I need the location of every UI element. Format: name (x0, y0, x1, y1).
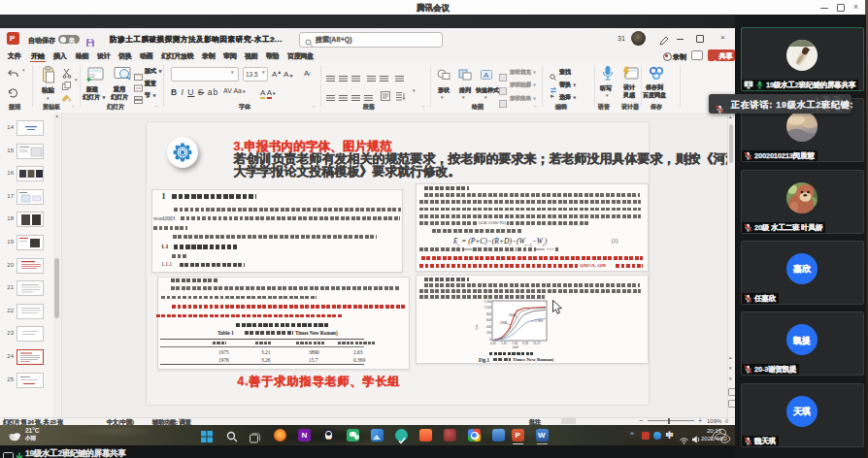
svg-text:400: 400 (486, 325, 491, 329)
svg-text:9-28: 9-28 (522, 342, 528, 345)
svg-text:时间: 时间 (513, 345, 518, 349)
svg-text:mm: mm (475, 324, 479, 330)
svg-text:5-31: 5-31 (501, 342, 507, 345)
svg-text:4-01: 4-01 (490, 342, 496, 345)
svg-text:1 999: 1 999 (535, 319, 543, 323)
svg-text:1 000: 1 000 (484, 306, 491, 310)
svg-text:A: A (484, 71, 489, 80)
svg-text:600: 600 (486, 318, 491, 322)
svg-text:11-27: 11-27 (533, 342, 541, 345)
svg-text:1 200: 1 200 (484, 300, 491, 304)
svg-text:800: 800 (486, 312, 491, 316)
svg-text:200: 200 (486, 331, 491, 335)
